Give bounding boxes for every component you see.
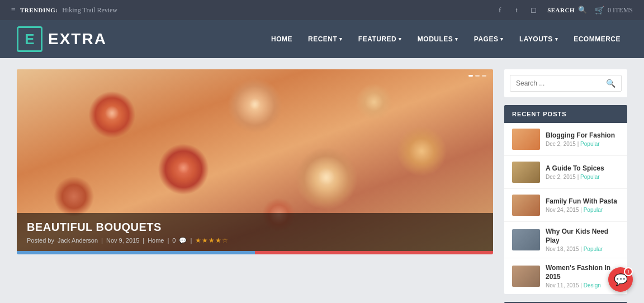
hamburger-icon[interactable]: ≡ bbox=[11, 6, 16, 15]
post-meta: Dec 2, 2015 | Popular bbox=[546, 141, 619, 147]
chevron-down-icon: ▾ bbox=[555, 36, 558, 42]
nav-item-home[interactable]: HOME bbox=[264, 31, 299, 48]
cart-area[interactable]: 🛒 0 ITEMS bbox=[595, 6, 633, 15]
hero-posted-by: Posted by bbox=[27, 237, 54, 244]
logo-text: EXTRA bbox=[48, 30, 107, 48]
trending-label: TRENDING: bbox=[20, 7, 58, 13]
top-bar-left: ≡ TRENDING: Hiking Trail Review bbox=[11, 6, 117, 15]
hero-separator4: | bbox=[190, 237, 192, 244]
hero-date: Nov 9, 2015 bbox=[106, 237, 139, 244]
post-meta: Nov 24, 2015 | Popular bbox=[546, 207, 619, 213]
post-info: Blogging For Fashion Dec 2, 2015 | Popul… bbox=[546, 131, 619, 148]
twitter-icon[interactable]: t bbox=[510, 4, 523, 16]
hero-card: BEAUTIFUL BOUQUETS Posted by Jack Anders… bbox=[17, 69, 493, 254]
header-nav: E EXTRA HOME RECENT ▾ FEATURED ▾ MODULES… bbox=[0, 20, 644, 58]
top-bar-right: f t ◻ SEARCH 🔍 🛒 0 ITEMS bbox=[494, 4, 633, 16]
slider-dot[interactable] bbox=[482, 75, 486, 77]
search-input-wrap: 🔍 bbox=[510, 75, 622, 92]
post-thumbnail bbox=[512, 195, 540, 216]
nav-item-featured[interactable]: FEATURED ▾ bbox=[352, 31, 409, 48]
hero-separator: | bbox=[101, 237, 103, 244]
bar-blue bbox=[17, 251, 255, 254]
facebook-icon[interactable]: f bbox=[494, 4, 506, 16]
hero-meta: Posted by Jack Anderson | Nov 9, 2015 | … bbox=[27, 236, 483, 244]
post-thumbnail bbox=[512, 266, 540, 287]
recent-post-item: Blogging For Fashion Dec 2, 2015 | Popul… bbox=[504, 123, 627, 156]
post-title[interactable]: Blogging For Fashion bbox=[546, 131, 619, 140]
post-meta: Nov 18, 2015 | Popular bbox=[546, 246, 619, 252]
logo-letter: E bbox=[25, 32, 34, 46]
post-thumbnail bbox=[512, 229, 540, 250]
search-button[interactable]: 🔍 bbox=[606, 79, 615, 88]
post-meta: Dec 2, 2015 | Popular bbox=[546, 174, 619, 180]
comment-icon: 💬 bbox=[179, 237, 187, 244]
nav-menu: HOME RECENT ▾ FEATURED ▾ MODULES ▾ PAGES… bbox=[264, 31, 627, 48]
hero-image: BEAUTIFUL BOUQUETS Posted by Jack Anders… bbox=[17, 69, 493, 251]
chevron-down-icon: ▾ bbox=[500, 36, 504, 42]
search-widget: 🔍 bbox=[504, 69, 627, 97]
post-tag: Design bbox=[584, 282, 601, 288]
chevron-down-icon: ▾ bbox=[339, 36, 343, 42]
search-icon[interactable]: 🔍 bbox=[578, 6, 587, 15]
slider-dot[interactable] bbox=[468, 75, 473, 77]
nav-item-recent[interactable]: RECENT ▾ bbox=[301, 31, 349, 48]
post-thumbnail bbox=[512, 129, 540, 150]
hero-author[interactable]: Jack Anderson bbox=[58, 237, 98, 244]
logo-box: E bbox=[17, 26, 42, 52]
post-info: A Guide To Spices Dec 2, 2015 | Popular bbox=[546, 164, 619, 181]
nav-item-pages[interactable]: PAGES ▾ bbox=[467, 31, 510, 48]
post-title[interactable]: Why Our Kids Need Play bbox=[546, 228, 619, 245]
content-area: BEAUTIFUL BOUQUETS Posted by Jack Anders… bbox=[0, 58, 644, 303]
post-info: Why Our Kids Need Play Nov 18, 2015 | Po… bbox=[546, 228, 619, 252]
search-input[interactable] bbox=[516, 79, 606, 87]
slider-dot[interactable] bbox=[475, 75, 480, 77]
post-tag: Popular bbox=[584, 246, 603, 252]
slider-dots bbox=[468, 75, 486, 77]
hero-rating: ★★★★☆ bbox=[195, 236, 229, 244]
post-thumbnail bbox=[512, 162, 540, 183]
cart-icon: 🛒 bbox=[595, 6, 604, 15]
recent-posts-body: Blogging For Fashion Dec 2, 2015 | Popul… bbox=[504, 123, 627, 294]
hero-bottom-bars bbox=[17, 251, 493, 254]
chevron-down-icon: ▾ bbox=[399, 36, 402, 42]
nav-item-layouts[interactable]: LAYOUTS ▾ bbox=[513, 31, 565, 48]
logo[interactable]: E EXTRA bbox=[17, 26, 107, 52]
post-tag: Popular bbox=[580, 174, 599, 180]
hero-caption: BEAUTIFUL BOUQUETS Posted by Jack Anders… bbox=[17, 213, 493, 251]
cart-count: 0 ITEMS bbox=[608, 6, 633, 15]
recent-post-item: Why Our Kids Need Play Nov 18, 2015 | Po… bbox=[504, 222, 627, 258]
instagram-icon[interactable]: ◻ bbox=[527, 4, 539, 16]
recent-posts-header: RECENT POSTS bbox=[504, 105, 627, 123]
hero-title: BEAUTIFUL BOUQUETS bbox=[27, 221, 483, 234]
sidebar: 🔍 RECENT POSTS Blogging For Fashion Dec … bbox=[504, 69, 627, 303]
chat-bubble[interactable]: 💬 1 bbox=[608, 267, 633, 292]
post-tag: Popular bbox=[584, 207, 603, 213]
post-title[interactable]: A Guide To Spices bbox=[546, 164, 619, 173]
post-tag: Popular bbox=[580, 141, 599, 147]
recent-post-item: Family Fun With Pasta Nov 24, 2015 | Pop… bbox=[504, 189, 627, 222]
social-icons: f t ◻ bbox=[494, 4, 539, 16]
post-title[interactable]: Family Fun With Pasta bbox=[546, 197, 619, 206]
trending-link[interactable]: Hiking Trail Review bbox=[62, 6, 117, 15]
chevron-down-icon: ▾ bbox=[455, 36, 458, 42]
bar-red bbox=[255, 251, 493, 254]
main-content: BEAUTIFUL BOUQUETS Posted by Jack Anders… bbox=[17, 69, 493, 303]
search-label: SEARCH bbox=[547, 7, 575, 13]
nav-item-ecommerce[interactable]: ECOMMERCE bbox=[567, 31, 627, 48]
search-area: SEARCH 🔍 bbox=[547, 6, 587, 15]
nav-item-modules[interactable]: MODULES ▾ bbox=[411, 31, 465, 48]
recent-post-item: A Guide To Spices Dec 2, 2015 | Popular bbox=[504, 156, 627, 189]
chat-badge: 1 bbox=[624, 267, 633, 276]
post-info: Family Fun With Pasta Nov 24, 2015 | Pop… bbox=[546, 197, 619, 214]
hero-separator3: | bbox=[167, 237, 169, 244]
hero-category[interactable]: Home bbox=[148, 237, 164, 244]
hero-separator2: | bbox=[143, 237, 144, 244]
hero-comments: 0 bbox=[172, 237, 176, 244]
top-bar: ≡ TRENDING: Hiking Trail Review f t ◻ SE… bbox=[0, 0, 644, 20]
recent-posts-widget: RECENT POSTS Blogging For Fashion Dec 2,… bbox=[504, 105, 627, 294]
